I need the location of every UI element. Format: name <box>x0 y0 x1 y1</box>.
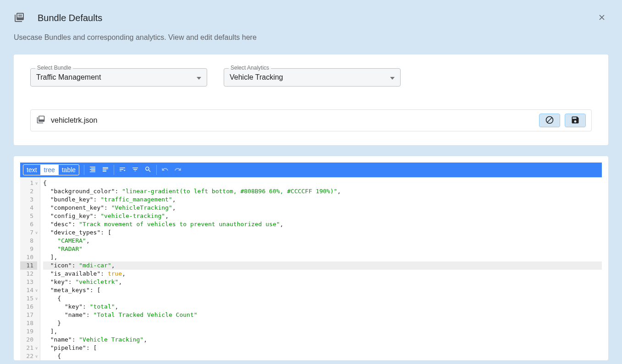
code-line[interactable]: { <box>43 179 602 187</box>
code-line[interactable]: "meta_keys": [ <box>43 286 602 294</box>
close-icon <box>597 16 606 23</box>
select-analytics[interactable]: Select Analytics Vehicle Tracking <box>224 68 401 87</box>
mode-tab-text[interactable]: text <box>23 165 41 175</box>
discard-button[interactable] <box>539 114 560 127</box>
mode-tab-table[interactable]: table <box>59 165 79 175</box>
undo-button[interactable] <box>159 163 171 177</box>
redo-button[interactable] <box>171 163 184 177</box>
code-line[interactable]: "icon": "mdi-car", <box>43 261 602 270</box>
code-line[interactable]: "config_key": "vehicle-tracking", <box>43 212 602 220</box>
sort-icon <box>119 166 126 174</box>
mode-tabs: text tree table <box>23 164 79 175</box>
file-name: vehicletrk.json <box>51 116 539 125</box>
library-books-icon <box>36 115 45 126</box>
code-line[interactable]: { <box>43 294 602 303</box>
format-compact-icon <box>102 166 109 174</box>
filter-button[interactable] <box>129 163 142 177</box>
code-line[interactable]: "RADAR" <box>43 245 602 253</box>
gutter-line: 4 <box>20 204 37 212</box>
gutter-line: 20 <box>20 336 37 344</box>
code-line[interactable]: "pipeline": [ <box>43 344 602 352</box>
code-line[interactable]: ], <box>43 253 602 261</box>
select-bundle[interactable]: Select Bundle Traffic Management <box>30 68 207 87</box>
gutter-line: 3 <box>20 196 37 204</box>
save-button[interactable] <box>565 114 586 127</box>
code-line[interactable]: "background_color": "linear-gradient(to … <box>43 187 602 196</box>
gutter-line: 13 <box>20 278 37 286</box>
separator <box>84 165 84 175</box>
search-icon <box>144 166 152 174</box>
editor-toolbar: text tree table <box>20 163 602 177</box>
redo-icon <box>174 166 182 174</box>
gutter-line: 11 <box>20 261 37 270</box>
line-gutter: 1v234567v891011121314v15v161718192021v22… <box>20 178 40 360</box>
gutter-line: 10 <box>20 253 37 261</box>
gutter-line: 18 <box>20 319 37 327</box>
dialog-title: Bundle Defaults <box>38 13 102 23</box>
code-line[interactable]: } <box>43 319 602 327</box>
code-line[interactable]: "name": "Total Tracked Vehicle Count" <box>43 311 602 319</box>
gutter-line: 5 <box>20 212 37 220</box>
code-line[interactable]: "is_available": true, <box>43 270 602 278</box>
code-line[interactable]: "bundle_key": "traffic_management", <box>43 196 602 204</box>
editor-body[interactable]: 1v234567v891011121314v15v161718192021v22… <box>20 177 602 360</box>
gutter-line: 21v <box>20 344 37 352</box>
bundle-defaults-dialog: Bundle Defaults Usecase Bundles and corr… <box>0 0 622 364</box>
gutter-line: 2 <box>20 187 37 196</box>
gutter-line: 6 <box>20 220 37 228</box>
code-area[interactable]: { "background_color": "linear-gradient(t… <box>40 178 602 360</box>
gutter-line: 16 <box>20 303 37 311</box>
filter-icon <box>132 166 139 174</box>
cancel-icon <box>545 115 554 126</box>
separator <box>114 165 114 175</box>
format-button[interactable] <box>86 163 99 177</box>
gutter-line: 7v <box>20 228 37 237</box>
undo-icon <box>161 166 169 174</box>
gutter-line: 12 <box>20 270 37 278</box>
file-row: vehicletrk.json <box>30 109 592 131</box>
fold-marker-icon[interactable]: v <box>35 179 38 188</box>
select-bundle-label: Select Bundle <box>35 65 73 71</box>
dialog-subtitle: Usecase Bundles and corresponding analyt… <box>14 33 608 42</box>
gutter-line: 9 <box>20 245 37 253</box>
json-editor: text tree table <box>14 156 608 360</box>
code-line[interactable]: "key": "vehicletrk", <box>43 278 602 286</box>
select-analytics-label: Select Analytics <box>229 65 271 71</box>
code-line[interactable]: "component_key": "VehicleTracking", <box>43 204 602 212</box>
fold-marker-icon[interactable]: v <box>35 287 38 295</box>
gutter-line: 22v <box>20 352 37 360</box>
fold-marker-icon[interactable]: v <box>35 295 38 303</box>
select-analytics-value: Vehicle Tracking <box>230 73 390 81</box>
gutter-line: 1v <box>20 179 37 187</box>
code-line[interactable]: "key": "total", <box>43 303 602 311</box>
sort-button[interactable] <box>116 163 129 177</box>
config-card: Select Bundle Traffic Management Select … <box>14 54 608 145</box>
code-line[interactable]: "desc": "Track movement of vehicles to p… <box>43 220 602 228</box>
select-bundle-value: Traffic Management <box>36 73 197 81</box>
code-line[interactable]: "CAMERA", <box>43 237 602 245</box>
gutter-line: 14v <box>20 286 37 294</box>
dialog-header: Bundle Defaults <box>14 11 608 25</box>
fold-marker-icon[interactable]: v <box>35 353 38 360</box>
code-line[interactable]: "name": "Vehicle Tracking", <box>43 336 602 344</box>
gutter-line: 19 <box>20 327 37 336</box>
gutter-line: 15v <box>20 294 37 303</box>
close-button[interactable] <box>595 11 608 25</box>
library-books-icon <box>14 12 25 25</box>
caret-down-icon <box>390 73 395 81</box>
save-icon <box>571 115 580 126</box>
search-button[interactable] <box>142 163 154 177</box>
fold-marker-icon[interactable]: v <box>35 344 38 353</box>
gutter-line: 8 <box>20 237 37 245</box>
code-line[interactable]: { <box>43 352 602 360</box>
caret-down-icon <box>197 73 201 81</box>
format-indent-icon <box>89 166 96 174</box>
fold-marker-icon[interactable]: v <box>35 229 38 237</box>
separator <box>156 165 157 175</box>
compact-button[interactable] <box>99 163 112 177</box>
mode-tab-tree[interactable]: tree <box>41 165 59 175</box>
code-line[interactable]: ], <box>43 327 602 336</box>
code-line[interactable]: "device_types": [ <box>43 228 602 237</box>
gutter-line: 17 <box>20 311 37 319</box>
